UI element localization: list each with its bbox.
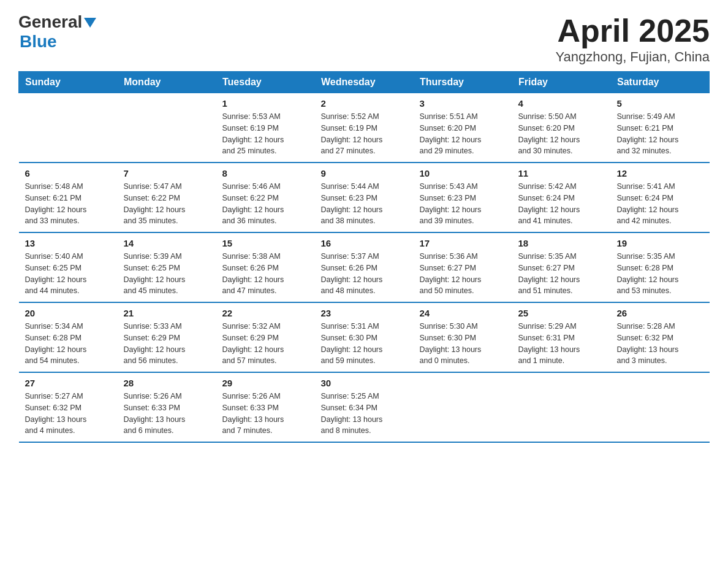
weekday-header-sunday: Sunday xyxy=(19,72,118,93)
calendar-cell xyxy=(414,372,512,442)
calendar-cell: 14Sunrise: 5:39 AMSunset: 6:25 PMDayligh… xyxy=(118,232,216,302)
calendar-cell: 6Sunrise: 5:48 AMSunset: 6:21 PMDaylight… xyxy=(19,163,118,232)
calendar-cell xyxy=(118,93,216,163)
day-number: 26 xyxy=(617,308,703,318)
day-number: 1 xyxy=(222,98,309,109)
day-info: Sunrise: 5:46 AMSunset: 6:22 PMDaylight:… xyxy=(222,181,309,227)
calendar-cell: 18Sunrise: 5:35 AMSunset: 6:27 PMDayligh… xyxy=(512,232,611,302)
calendar-header: SundayMondayTuesdayWednesdayThursdayFrid… xyxy=(19,72,710,93)
day-number: 23 xyxy=(321,308,408,318)
calendar-week-row: 1Sunrise: 5:53 AMSunset: 6:19 PMDaylight… xyxy=(19,93,710,163)
day-number: 14 xyxy=(124,238,210,248)
calendar-cell: 16Sunrise: 5:37 AMSunset: 6:26 PMDayligh… xyxy=(315,232,414,302)
calendar-cell xyxy=(512,372,611,442)
calendar-week-row: 6Sunrise: 5:48 AMSunset: 6:21 PMDaylight… xyxy=(19,163,710,232)
calendar-cell xyxy=(611,372,710,442)
calendar-cell: 4Sunrise: 5:50 AMSunset: 6:20 PMDaylight… xyxy=(512,93,611,163)
day-number: 17 xyxy=(420,238,506,248)
day-number: 29 xyxy=(222,378,309,388)
calendar-cell: 13Sunrise: 5:40 AMSunset: 6:25 PMDayligh… xyxy=(19,232,118,302)
day-info: Sunrise: 5:50 AMSunset: 6:20 PMDaylight:… xyxy=(518,111,605,157)
day-info: Sunrise: 5:30 AMSunset: 6:30 PMDaylight:… xyxy=(420,321,506,367)
page-header: General Blue April 2025 Yangzhong, Fujia… xyxy=(18,12,710,65)
calendar-cell xyxy=(19,93,118,163)
day-number: 25 xyxy=(518,308,605,318)
day-number: 16 xyxy=(321,238,408,248)
day-number: 4 xyxy=(518,98,605,109)
day-number: 21 xyxy=(124,308,210,318)
day-number: 19 xyxy=(617,238,703,248)
calendar-table: SundayMondayTuesdayWednesdayThursdayFrid… xyxy=(18,71,710,443)
day-number: 30 xyxy=(321,378,408,388)
calendar-cell: 11Sunrise: 5:42 AMSunset: 6:24 PMDayligh… xyxy=(512,163,611,232)
day-number: 13 xyxy=(25,238,112,248)
day-info: Sunrise: 5:47 AMSunset: 6:22 PMDaylight:… xyxy=(124,181,210,227)
logo: General Blue xyxy=(18,12,96,52)
day-info: Sunrise: 5:27 AMSunset: 6:32 PMDaylight:… xyxy=(25,391,112,437)
day-info: Sunrise: 5:32 AMSunset: 6:29 PMDaylight:… xyxy=(222,321,309,367)
calendar-cell: 30Sunrise: 5:25 AMSunset: 6:34 PMDayligh… xyxy=(315,372,414,442)
calendar-cell: 29Sunrise: 5:26 AMSunset: 6:33 PMDayligh… xyxy=(216,372,315,442)
day-info: Sunrise: 5:43 AMSunset: 6:23 PMDaylight:… xyxy=(420,181,506,227)
calendar-body: 1Sunrise: 5:53 AMSunset: 6:19 PMDaylight… xyxy=(19,93,710,443)
day-info: Sunrise: 5:52 AMSunset: 6:19 PMDaylight:… xyxy=(321,111,408,157)
calendar-cell: 1Sunrise: 5:53 AMSunset: 6:19 PMDaylight… xyxy=(216,93,315,163)
calendar-cell: 10Sunrise: 5:43 AMSunset: 6:23 PMDayligh… xyxy=(414,163,512,232)
day-number: 24 xyxy=(420,308,506,318)
day-info: Sunrise: 5:44 AMSunset: 6:23 PMDaylight:… xyxy=(321,181,408,227)
calendar-week-row: 27Sunrise: 5:27 AMSunset: 6:32 PMDayligh… xyxy=(19,372,710,442)
calendar-cell: 22Sunrise: 5:32 AMSunset: 6:29 PMDayligh… xyxy=(216,302,315,372)
calendar-week-row: 20Sunrise: 5:34 AMSunset: 6:28 PMDayligh… xyxy=(19,302,710,372)
day-number: 20 xyxy=(25,308,112,318)
day-info: Sunrise: 5:31 AMSunset: 6:30 PMDaylight:… xyxy=(321,321,408,367)
day-number: 12 xyxy=(617,168,703,178)
day-info: Sunrise: 5:38 AMSunset: 6:26 PMDaylight:… xyxy=(222,251,309,297)
weekday-header-wednesday: Wednesday xyxy=(315,72,414,93)
calendar-week-row: 13Sunrise: 5:40 AMSunset: 6:25 PMDayligh… xyxy=(19,232,710,302)
weekday-header-saturday: Saturday xyxy=(611,72,710,93)
day-number: 10 xyxy=(420,168,506,178)
day-number: 2 xyxy=(321,98,408,109)
calendar-cell: 15Sunrise: 5:38 AMSunset: 6:26 PMDayligh… xyxy=(216,232,315,302)
calendar-cell: 24Sunrise: 5:30 AMSunset: 6:30 PMDayligh… xyxy=(414,302,512,372)
day-number: 11 xyxy=(518,168,605,178)
calendar-cell: 27Sunrise: 5:27 AMSunset: 6:32 PMDayligh… xyxy=(19,372,118,442)
weekday-header-thursday: Thursday xyxy=(414,72,512,93)
calendar-cell: 12Sunrise: 5:41 AMSunset: 6:24 PMDayligh… xyxy=(611,163,710,232)
day-info: Sunrise: 5:25 AMSunset: 6:34 PMDaylight:… xyxy=(321,391,408,437)
day-info: Sunrise: 5:49 AMSunset: 6:21 PMDaylight:… xyxy=(617,111,703,157)
calendar-cell: 7Sunrise: 5:47 AMSunset: 6:22 PMDaylight… xyxy=(118,163,216,232)
day-info: Sunrise: 5:26 AMSunset: 6:33 PMDaylight:… xyxy=(222,391,309,437)
weekday-header-row: SundayMondayTuesdayWednesdayThursdayFrid… xyxy=(19,72,710,93)
day-info: Sunrise: 5:40 AMSunset: 6:25 PMDaylight:… xyxy=(25,251,112,297)
day-number: 3 xyxy=(420,98,506,109)
calendar-cell: 25Sunrise: 5:29 AMSunset: 6:31 PMDayligh… xyxy=(512,302,611,372)
logo-blue-text: Blue xyxy=(20,32,57,51)
day-info: Sunrise: 5:48 AMSunset: 6:21 PMDaylight:… xyxy=(25,181,112,227)
logo-general-text: General xyxy=(18,12,82,32)
day-info: Sunrise: 5:53 AMSunset: 6:19 PMDaylight:… xyxy=(222,111,309,157)
calendar-cell: 9Sunrise: 5:44 AMSunset: 6:23 PMDaylight… xyxy=(315,163,414,232)
calendar-cell: 21Sunrise: 5:33 AMSunset: 6:29 PMDayligh… xyxy=(118,302,216,372)
day-number: 18 xyxy=(518,238,605,248)
day-info: Sunrise: 5:36 AMSunset: 6:27 PMDaylight:… xyxy=(420,251,506,297)
calendar-cell: 17Sunrise: 5:36 AMSunset: 6:27 PMDayligh… xyxy=(414,232,512,302)
day-info: Sunrise: 5:35 AMSunset: 6:27 PMDaylight:… xyxy=(518,251,605,297)
calendar-cell: 20Sunrise: 5:34 AMSunset: 6:28 PMDayligh… xyxy=(19,302,118,372)
day-info: Sunrise: 5:42 AMSunset: 6:24 PMDaylight:… xyxy=(518,181,605,227)
weekday-header-tuesday: Tuesday xyxy=(216,72,315,93)
calendar-cell: 19Sunrise: 5:35 AMSunset: 6:28 PMDayligh… xyxy=(611,232,710,302)
day-number: 28 xyxy=(124,378,210,388)
weekday-header-friday: Friday xyxy=(512,72,611,93)
day-number: 8 xyxy=(222,168,309,178)
day-number: 15 xyxy=(222,238,309,248)
calendar-cell: 23Sunrise: 5:31 AMSunset: 6:30 PMDayligh… xyxy=(315,302,414,372)
calendar-cell: 8Sunrise: 5:46 AMSunset: 6:22 PMDaylight… xyxy=(216,163,315,232)
day-number: 6 xyxy=(25,168,112,178)
day-info: Sunrise: 5:37 AMSunset: 6:26 PMDaylight:… xyxy=(321,251,408,297)
day-info: Sunrise: 5:26 AMSunset: 6:33 PMDaylight:… xyxy=(124,391,210,437)
day-info: Sunrise: 5:39 AMSunset: 6:25 PMDaylight:… xyxy=(124,251,210,297)
day-number: 5 xyxy=(617,98,703,109)
day-info: Sunrise: 5:28 AMSunset: 6:32 PMDaylight:… xyxy=(617,321,703,367)
calendar-cell: 5Sunrise: 5:49 AMSunset: 6:21 PMDaylight… xyxy=(611,93,710,163)
